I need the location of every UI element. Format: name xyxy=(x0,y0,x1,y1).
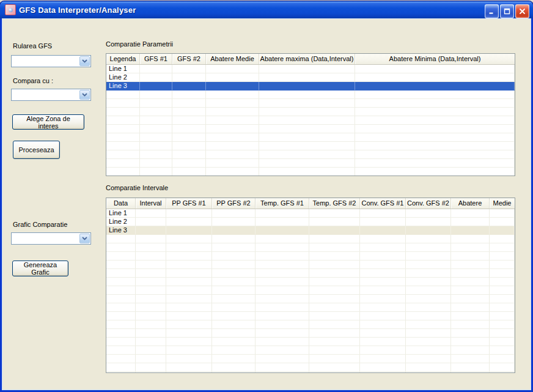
table-cell xyxy=(490,243,515,252)
table-cell[interactable] xyxy=(166,209,212,218)
column-header[interactable]: GFS #1 xyxy=(140,54,172,64)
combo-dropdown-button[interactable] xyxy=(79,56,90,66)
column-header[interactable]: Legenda xyxy=(106,54,140,64)
genereaza-grafic-button[interactable]: Genereaza Grafic xyxy=(12,261,68,276)
column-header[interactable]: Abatere Medie xyxy=(206,54,259,64)
table-cell[interactable] xyxy=(140,65,172,73)
chevron-down-icon xyxy=(82,59,87,63)
column-header[interactable]: Abatere xyxy=(451,198,490,209)
combo-dropdown-button[interactable] xyxy=(79,90,90,100)
table-cell[interactable] xyxy=(259,65,355,73)
table-cell[interactable] xyxy=(166,218,212,226)
table-cell[interactable] xyxy=(172,82,206,91)
column-header[interactable]: Data xyxy=(106,198,136,209)
table-cell xyxy=(166,235,212,243)
table-cell[interactable] xyxy=(212,226,255,235)
table-cell[interactable] xyxy=(490,226,515,235)
table-row[interactable]: Line 3 xyxy=(106,226,515,235)
table-cell[interactable] xyxy=(206,73,259,82)
table-cell[interactable] xyxy=(255,218,309,226)
combo-dropdown-button[interactable] xyxy=(79,234,90,243)
column-header[interactable]: Abatere Minima (Data,Interval) xyxy=(355,54,515,64)
table-cell[interactable] xyxy=(406,226,451,235)
table-cell xyxy=(490,346,515,355)
table-cell[interactable] xyxy=(309,218,360,226)
table-row[interactable]: Line 2 xyxy=(106,218,515,226)
table-cell[interactable] xyxy=(360,226,406,235)
table-cell[interactable] xyxy=(206,65,259,73)
table-cell[interactable] xyxy=(172,73,206,82)
table-cell[interactable] xyxy=(259,82,355,91)
table-cell[interactable] xyxy=(406,209,451,218)
alege-zona-button[interactable]: Alege Zona de interes xyxy=(12,114,84,130)
table-cell[interactable]: Line 2 xyxy=(106,73,140,82)
table-cell xyxy=(255,303,309,312)
table-cell[interactable] xyxy=(212,218,255,226)
table-cell[interactable] xyxy=(451,226,490,235)
table-cell[interactable] xyxy=(255,209,309,218)
column-header[interactable]: Interval xyxy=(136,198,166,209)
table-cell[interactable] xyxy=(136,209,166,218)
column-header[interactable]: Conv. GFS #1 xyxy=(360,198,406,209)
titlebar[interactable]: GFS Data Interpreter/Analyser xyxy=(0,1,533,18)
table-cell xyxy=(172,125,206,133)
table-cell xyxy=(255,243,309,252)
table-cell xyxy=(255,363,309,372)
column-header[interactable]: PP GFS #1 xyxy=(166,198,212,209)
table-cell[interactable] xyxy=(136,226,166,235)
table-filler-row xyxy=(106,150,515,159)
table-cell[interactable] xyxy=(360,209,406,218)
column-header[interactable]: Abatere maxima (Data,Interval) xyxy=(259,54,355,64)
table-cell[interactable] xyxy=(360,218,406,226)
table-row[interactable]: Line 1 xyxy=(106,209,515,218)
table-cell[interactable] xyxy=(355,82,515,91)
table-cell[interactable] xyxy=(490,209,515,218)
grafic-comparatie-combobox[interactable] xyxy=(11,232,91,245)
column-header[interactable]: Medie xyxy=(490,198,515,209)
table-cell[interactable] xyxy=(406,218,451,226)
minimize-button[interactable] xyxy=(485,4,499,18)
table-cell xyxy=(451,243,490,252)
table-filler-row xyxy=(106,312,515,320)
table-cell xyxy=(172,99,206,108)
table-row[interactable]: Line 2 xyxy=(106,73,515,82)
table-cell[interactable]: Line 3 xyxy=(106,226,136,235)
table-cell[interactable] xyxy=(309,226,360,235)
proceseaza-button[interactable]: Proceseaza xyxy=(13,141,60,159)
table-cell[interactable] xyxy=(206,82,259,91)
table-cell[interactable] xyxy=(451,209,490,218)
table-row[interactable]: Line 3 xyxy=(106,82,515,91)
table-cell xyxy=(309,243,360,252)
table-cell[interactable] xyxy=(166,226,212,235)
table-cell[interactable]: Line 2 xyxy=(106,218,136,226)
table-cell[interactable] xyxy=(490,218,515,226)
close-button[interactable] xyxy=(515,4,529,18)
table-cell[interactable] xyxy=(136,218,166,226)
table-cell[interactable]: Line 1 xyxy=(106,65,140,73)
table-cell xyxy=(255,346,309,355)
table-cell[interactable]: Line 1 xyxy=(106,209,136,218)
rularea-gfs-combobox[interactable] xyxy=(11,55,91,67)
table-row[interactable]: Line 1 xyxy=(106,65,515,73)
table-cell xyxy=(451,278,490,286)
compara-cu-combobox[interactable] xyxy=(11,89,91,101)
table-cell[interactable] xyxy=(355,65,515,73)
table-cell[interactable] xyxy=(140,73,172,82)
column-header[interactable]: PP GFS #2 xyxy=(212,198,255,209)
column-header[interactable]: Temp. GFS #2 xyxy=(309,198,360,209)
table-cell[interactable] xyxy=(259,73,355,82)
table-cell[interactable] xyxy=(212,209,255,218)
maximize-button[interactable] xyxy=(500,4,514,18)
app-icon[interactable] xyxy=(5,4,16,15)
column-header[interactable]: Temp. GFS #1 xyxy=(255,198,309,209)
table-cell[interactable]: Line 3 xyxy=(106,82,140,91)
column-header[interactable]: Conv. GFS #2 xyxy=(406,198,451,209)
column-header[interactable]: GFS #2 xyxy=(172,54,206,64)
table-cell[interactable] xyxy=(255,226,309,235)
table-cell[interactable] xyxy=(451,218,490,226)
table-cell[interactable] xyxy=(309,209,360,218)
table-cell[interactable] xyxy=(140,82,172,91)
table-cell[interactable] xyxy=(355,73,515,82)
table-cell xyxy=(406,320,451,329)
table-cell[interactable] xyxy=(172,65,206,73)
